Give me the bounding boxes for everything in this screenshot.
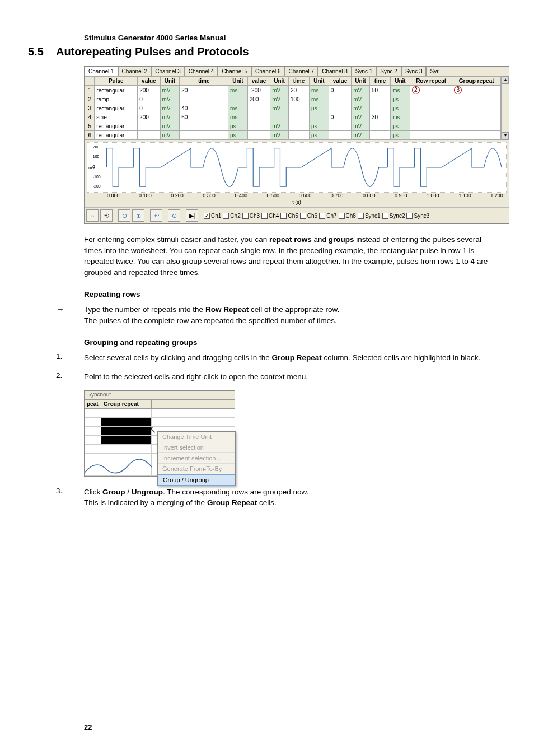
- rotate-icon[interactable]: ⟲: [100, 209, 113, 222]
- tab-channel4[interactable]: Channel 4: [185, 67, 218, 76]
- tab-channel3[interactable]: Channel 3: [151, 67, 185, 76]
- grid-header: value: [138, 77, 160, 86]
- fit-icon[interactable]: ⊙: [168, 209, 180, 222]
- wave-decoration: [85, 456, 152, 476]
- zoom-out-icon[interactable]: ⊖: [118, 209, 130, 222]
- menu-item-generate-from-to-by: Generate From-To-By: [158, 464, 235, 474]
- subhead-grouping: Grouping and repeating groups: [84, 338, 495, 347]
- checkbox-ch8[interactable]: Ch8: [339, 213, 356, 219]
- x-tick: 1.100: [458, 193, 471, 198]
- checkbox-ch6[interactable]: Ch6: [300, 213, 317, 219]
- step-1-number: 1.: [56, 352, 84, 363]
- grid-header: Unit: [352, 77, 370, 86]
- checkbox-ch4[interactable]: Ch4: [261, 213, 279, 219]
- row-repeat-circle: 2: [412, 86, 420, 94]
- x-tick: 0.700: [331, 193, 344, 198]
- step-2-number: 2.: [56, 371, 84, 382]
- step-2-text: Point to the selected cells and right-cl…: [84, 371, 495, 382]
- grid-header: Unit: [160, 77, 180, 86]
- grid-header: value: [247, 77, 270, 86]
- context-menu-screenshot: ɔyncnout peat Group repeat ↖ Change Time…: [84, 390, 235, 477]
- doc-header: Stimulus Generator 4000 Series Manual: [84, 34, 495, 42]
- checkbox-ch7[interactable]: Ch7: [319, 213, 336, 219]
- step-3-number: 3.: [56, 487, 84, 508]
- menu-item-change-time-unit: Change Time Unit: [158, 432, 235, 442]
- grid-header: time: [288, 77, 309, 86]
- tab-sync2[interactable]: Sync 2: [376, 67, 401, 76]
- col-peat: peat: [85, 400, 101, 408]
- repeat-row-instruction: Type the number of repeats into the Row …: [84, 304, 495, 326]
- x-axis-ticks: 0.0000.1000.2000.3000.4000.5000.6000.700…: [85, 193, 509, 199]
- tab-sync1[interactable]: Sync 1: [352, 67, 377, 76]
- tab-channel5[interactable]: Channel 5: [218, 67, 251, 76]
- x-tick: 0.400: [235, 193, 247, 198]
- intro-paragraph: For entering complex stimuli easier and …: [84, 234, 495, 278]
- svg-text:200: 200: [93, 145, 100, 149]
- svg-text:-200: -200: [93, 184, 101, 188]
- section-number: 5.5: [28, 45, 56, 58]
- subhead-repeating-rows: Repeating rows: [84, 290, 495, 298]
- table-row[interactable]: 2ramp0mV200mV100msmVµs: [85, 95, 501, 104]
- y-axis-label: mV: [88, 165, 96, 170]
- grid-header: Unit: [391, 77, 410, 86]
- zoom-in-icon[interactable]: ⊕: [132, 209, 144, 222]
- menu-item-invert-selection: Invert selection: [158, 442, 235, 453]
- table-row[interactable]: 5rectangularmVµsmVµsmVµs: [85, 122, 501, 131]
- col-group-repeat: Group repeat: [101, 400, 152, 408]
- x-tick: 0.200: [171, 193, 184, 198]
- x-tick: 1.000: [427, 193, 439, 198]
- section-title: Autorepeating Pulses and Protocols: [56, 45, 249, 58]
- scroll-up-icon[interactable]: ▴: [502, 76, 509, 84]
- svg-text:100: 100: [93, 155, 100, 158]
- grid-header: Row repeat: [410, 77, 452, 86]
- section-heading: 5.5 Autorepeating Pulses and Protocols: [56, 45, 495, 58]
- tab-channel7[interactable]: Channel 7: [285, 67, 318, 76]
- grid-header: value: [329, 77, 351, 86]
- svg-text:-100: -100: [93, 175, 101, 179]
- checkbox-ch1[interactable]: ✓Ch1: [204, 213, 221, 219]
- goto-end-icon[interactable]: ▶|: [186, 209, 198, 222]
- grid-header: Unit: [228, 77, 248, 86]
- tab-sync3[interactable]: Sync 3: [401, 67, 427, 76]
- checkbox-sync2[interactable]: Sync2: [382, 213, 405, 219]
- pan-icon[interactable]: ↔: [86, 209, 99, 222]
- checkbox-ch5[interactable]: Ch5: [280, 213, 298, 219]
- x-tick: 0.500: [267, 193, 280, 198]
- table-row[interactable]: 3rectangular0mV40msmVµsmVµs: [85, 104, 501, 113]
- checkbox-ch2[interactable]: Ch2: [223, 213, 240, 219]
- x-tick: 0.800: [363, 193, 376, 198]
- tab-channel6[interactable]: Channel 6: [251, 67, 285, 76]
- step-1-text: Select several cells by clicking and dra…: [84, 352, 495, 363]
- grid-header: [85, 77, 95, 86]
- x-tick: 0.100: [139, 193, 152, 198]
- x-axis-label: t (s): [85, 199, 509, 207]
- page-number: 22: [84, 723, 92, 731]
- table-row[interactable]: 6rectangularmVµsmVµsmVµs: [85, 131, 501, 140]
- x-tick: 0.300: [203, 193, 216, 198]
- pulse-grid[interactable]: PulsevalueUnittimeUnitvalueUnittimeUnitv…: [85, 76, 501, 140]
- tab-channel8[interactable]: Channel 8: [318, 67, 352, 76]
- menu-item-increment-selection-: Increment selection...: [158, 453, 235, 464]
- checkbox-sync1[interactable]: Sync1: [358, 213, 381, 219]
- step-3-text: Click Group / Ungroup. The corresponding…: [84, 487, 495, 508]
- grid-header: Unit: [270, 77, 289, 86]
- tab-channel2[interactable]: Channel 2: [118, 67, 152, 76]
- waveform-graph: 200 100 0 -100 -200 mV: [87, 142, 507, 193]
- checkbox-sync3[interactable]: Sync3: [406, 213, 429, 219]
- grid-header: time: [180, 77, 228, 86]
- context-menu[interactable]: Change Time UnitInvert selectionIncremen…: [157, 431, 236, 486]
- x-tick: 1.200: [490, 193, 503, 198]
- menu-item-group-ungroup[interactable]: Group / Ungroup: [158, 474, 235, 486]
- scroll-down-icon[interactable]: ▾: [502, 132, 509, 140]
- grid-header: Unit: [310, 77, 329, 86]
- grid-header: Group repeat: [452, 77, 501, 86]
- tab-channel1[interactable]: Channel 1: [85, 67, 118, 76]
- tab-syr[interactable]: Syr: [426, 67, 442, 76]
- worksheet-screenshot: Channel 1Channel 2Channel 3Channel 4Chan…: [84, 66, 509, 224]
- table-row[interactable]: 4sine200mV60ms0mV30ms: [85, 113, 501, 122]
- checkbox-ch3[interactable]: Ch3: [242, 213, 260, 219]
- undo-icon[interactable]: ↶: [150, 209, 162, 222]
- grid-header: time: [369, 77, 390, 86]
- x-tick: 0.000: [107, 193, 120, 198]
- table-row[interactable]: 1rectangular200mV20ms-200mV20ms0mV50ms23: [85, 86, 501, 95]
